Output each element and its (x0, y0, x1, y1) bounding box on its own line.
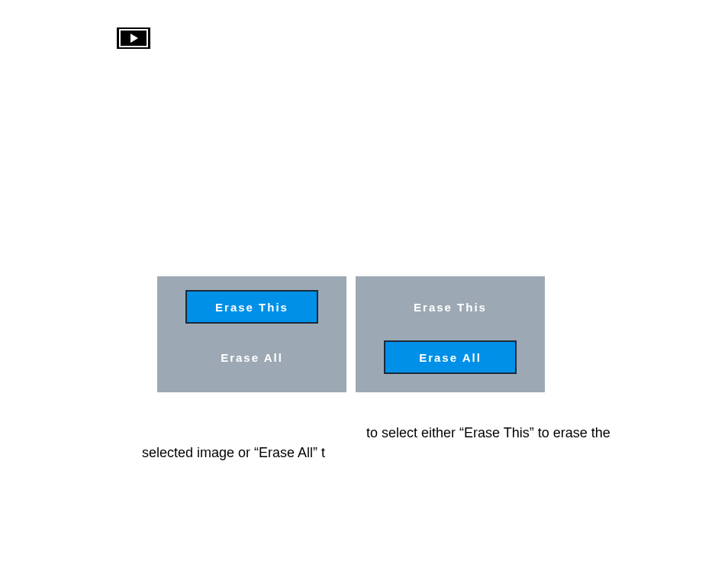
erase-panels: Erase This Erase All Erase This Erase Al… (157, 276, 545, 392)
playback-icon (117, 27, 150, 49)
erase-panel-left: Erase This Erase All (157, 276, 346, 392)
erase-all-option[interactable]: Erase All (185, 340, 318, 374)
play-triangle-frame (119, 29, 148, 47)
option-label: Erase This (215, 301, 288, 314)
instruction-line-2: selected image or “Erase All” t (142, 445, 325, 461)
erase-panel-right: Erase This Erase All (356, 276, 545, 392)
option-label: Erase All (221, 351, 283, 364)
erase-all-option[interactable]: Erase All (384, 340, 517, 374)
instruction-line-1: to select either “Erase This” to erase t… (366, 425, 610, 441)
play-triangle (130, 34, 138, 43)
erase-this-option[interactable]: Erase This (185, 290, 318, 324)
erase-this-option[interactable]: Erase This (384, 290, 517, 324)
option-label: Erase All (419, 351, 482, 364)
option-label: Erase This (414, 301, 487, 314)
